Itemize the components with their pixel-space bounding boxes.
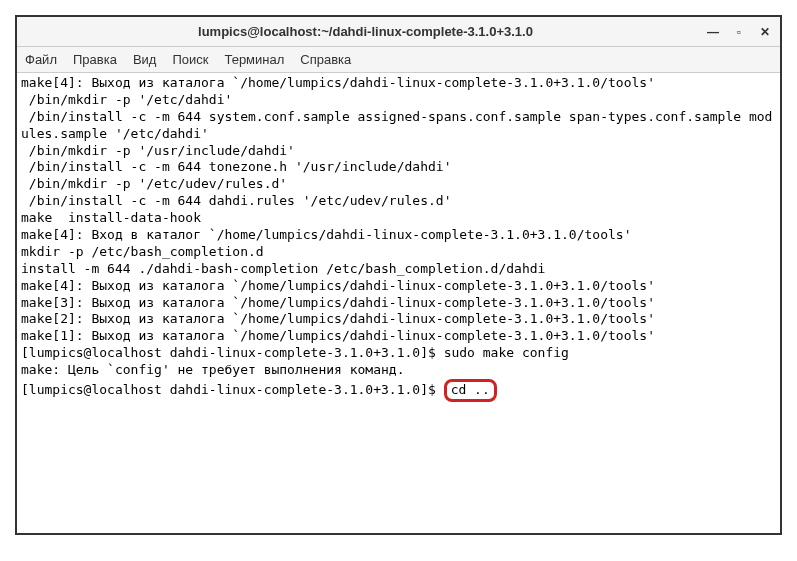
output-line: /bin/mkdir -p '/etc/dahdi' <box>21 92 776 109</box>
terminal-window: lumpics@localhost:~/dahdi-linux-complete… <box>15 15 782 535</box>
titlebar: lumpics@localhost:~/dahdi-linux-complete… <box>17 17 780 47</box>
output-line: make[3]: Выход из каталога `/home/lumpic… <box>21 295 776 312</box>
output-line: /bin/install -c -m 644 dahdi.rules '/etc… <box>21 193 776 210</box>
output-line: make: Цель `config' не требует выполнени… <box>21 362 776 379</box>
output-line: /bin/mkdir -p '/usr/include/dahdi' <box>21 143 776 160</box>
output-line: install -m 644 ./dahdi-bash-completion /… <box>21 261 776 278</box>
output-line: /bin/install -c -m 644 tonezone.h '/usr/… <box>21 159 776 176</box>
minimize-icon[interactable]: — <box>706 25 720 39</box>
window-controls: — ▫ ✕ <box>706 25 772 39</box>
menu-edit[interactable]: Правка <box>73 52 117 67</box>
maximize-icon[interactable]: ▫ <box>732 25 746 39</box>
output-line: make[4]: Выход из каталога `/home/lumpic… <box>21 278 776 295</box>
terminal-content[interactable]: make[4]: Выход из каталога `/home/lumpic… <box>17 73 780 533</box>
menu-search[interactable]: Поиск <box>172 52 208 67</box>
output-line: make install-data-hook <box>21 210 776 227</box>
output-line: make[4]: Выход из каталога `/home/lumpic… <box>21 75 776 92</box>
close-icon[interactable]: ✕ <box>758 25 772 39</box>
command-input[interactable]: cd .. <box>451 382 490 397</box>
menubar: Файл Правка Вид Поиск Терминал Справка <box>17 47 780 73</box>
menu-help[interactable]: Справка <box>300 52 351 67</box>
output-line: /bin/mkdir -p '/etc/udev/rules.d' <box>21 176 776 193</box>
menu-terminal[interactable]: Терминал <box>224 52 284 67</box>
output-line: make[4]: Вход в каталог `/home/lumpics/d… <box>21 227 776 244</box>
prompt: [lumpics@localhost dahdi-linux-complete-… <box>21 382 444 397</box>
output-line: make[1]: Выход из каталога `/home/lumpic… <box>21 328 776 345</box>
output-line: make[2]: Выход из каталога `/home/lumpic… <box>21 311 776 328</box>
highlighted-command-box: cd .. <box>444 379 497 402</box>
menu-file[interactable]: Файл <box>25 52 57 67</box>
output-line: [lumpics@localhost dahdi-linux-complete-… <box>21 345 776 362</box>
menu-view[interactable]: Вид <box>133 52 157 67</box>
window-title: lumpics@localhost:~/dahdi-linux-complete… <box>25 24 706 39</box>
output-line: mkdir -p /etc/bash_completion.d <box>21 244 776 261</box>
output-line: /bin/install -c -m 644 system.conf.sampl… <box>21 109 776 143</box>
